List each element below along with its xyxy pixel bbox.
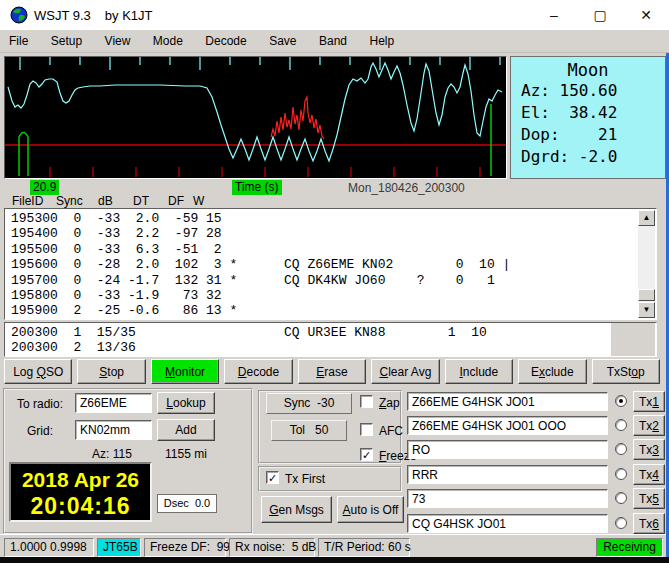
tx3-message-input[interactable]: [407, 440, 608, 459]
spectrum-waveform: [8, 63, 502, 161]
rx-noise-status: Rx noise: 5 dB: [229, 538, 315, 557]
moon-azimuth: Az: 150.60: [511, 80, 665, 102]
decode-text-area[interactable]: 195300 0 -33 2.0 -59 15 195400 0 -33 2.2…: [4, 208, 657, 320]
col-sync: Sync: [56, 194, 83, 208]
include-button[interactable]: Include: [445, 359, 513, 384]
minimize-button[interactable]: –: [531, 0, 577, 30]
exclude-button[interactable]: Exclude: [518, 359, 586, 384]
menu-bar: File Setup View Mode Decode Save Band He…: [0, 30, 669, 53]
menu-band[interactable]: Band: [310, 30, 356, 48]
menu-mode[interactable]: Mode: [144, 30, 192, 48]
tx1-message-input[interactable]: [407, 392, 608, 411]
gen-msgs-button[interactable]: Gen Msgs: [261, 496, 332, 523]
tx-first-label: Tx First: [285, 472, 325, 486]
col-dt: DT: [133, 194, 149, 208]
command-button-row: Log QSO Stop Monitor Decode Erase Clear …: [4, 359, 660, 385]
menu-decode[interactable]: Decode: [196, 30, 255, 48]
tx4-radio[interactable]: [615, 468, 627, 480]
distance-text: 1155 mi: [165, 447, 207, 461]
moon-doppler: Dop: 21: [511, 124, 665, 146]
tx5-message-input[interactable]: [407, 489, 608, 508]
scroll-thumb[interactable]: [638, 289, 655, 301]
to-radio-input[interactable]: [75, 393, 152, 413]
tx6-radio[interactable]: [615, 517, 627, 529]
spectrum-plot: [5, 57, 506, 178]
freq-offset-label: 20.9: [30, 180, 59, 195]
tx6-message-input[interactable]: [407, 514, 608, 533]
average-area-strip: [611, 323, 655, 356]
mode-badge: JT65B: [97, 538, 141, 557]
tx1-radio[interactable]: [615, 395, 627, 407]
clear-avg-button[interactable]: Clear Avg: [371, 359, 439, 384]
menu-setup[interactable]: Setup: [42, 30, 91, 48]
azimuth-text: Az: 115: [92, 447, 132, 461]
scrollbar[interactable]: ▲ ▼: [638, 210, 655, 318]
wsjt-window: WSJT 9.3by K1JT – ▢ ✕ File Setup View Mo…: [0, 0, 669, 563]
average-lines[interactable]: 200300 1 15/35 CQ UR3EE KN88 1 10 200300…: [11, 325, 487, 356]
utc-clock: 2018 Apr 26 20:04:16: [9, 462, 152, 522]
tx4-message-input[interactable]: [407, 465, 608, 484]
scroll-up-icon[interactable]: ▲: [638, 210, 655, 226]
afc-label: AFC: [379, 424, 403, 438]
scroll-down-icon[interactable]: ▼: [638, 302, 655, 318]
window-title: WSJT 9.3by K1JT: [34, 8, 153, 23]
clock-date: 2018 Apr 26: [11, 468, 150, 492]
col-fileid: FileID: [12, 194, 43, 208]
window-border-bottom: [0, 557, 669, 563]
zap-label: Zap: [379, 396, 400, 410]
lower-panel: To radio: Lookup Grid: Add Az: 115 1155 …: [0, 386, 669, 534]
monitor-button[interactable]: Monitor: [151, 359, 219, 384]
afc-checkbox[interactable]: [360, 423, 373, 436]
tx6-button[interactable]: Tx6: [633, 513, 665, 534]
menu-save[interactable]: Save: [260, 30, 305, 48]
tx5-radio[interactable]: [615, 492, 627, 504]
decode-lines[interactable]: 195300 0 -33 2.0 -59 15 195400 0 -33 2.2…: [11, 211, 510, 319]
col-db: dB: [98, 194, 113, 208]
grid-input[interactable]: [75, 420, 152, 440]
txstop-button[interactable]: TxStop: [592, 359, 660, 384]
tx3-button[interactable]: Tx3: [633, 439, 665, 460]
menu-help[interactable]: Help: [360, 30, 403, 48]
status-bar: 1.0000 0.9998 JT65B Freeze DF: 99 Rx noi…: [0, 534, 669, 557]
tx4-button[interactable]: Tx4: [633, 464, 665, 485]
tx-first-checkbox[interactable]: ✓: [266, 471, 279, 484]
col-df: DF: [168, 194, 184, 208]
maximize-button[interactable]: ▢: [577, 0, 623, 30]
moon-title: Moon: [511, 57, 665, 80]
spectrum-display[interactable]: [4, 56, 507, 179]
col-w: W: [193, 194, 204, 208]
clock-time: 20:04:16: [11, 493, 150, 520]
freeze-checkbox[interactable]: ✓: [360, 448, 373, 461]
tx-first-group: [258, 466, 402, 492]
tx2-button[interactable]: Tx2: [633, 415, 665, 436]
lookup-button[interactable]: Lookup: [157, 392, 215, 414]
erase-button[interactable]: Erase: [298, 359, 366, 384]
green-marker-left: [19, 133, 28, 177]
log-qso-button[interactable]: Log QSO: [4, 359, 72, 384]
auto-toggle-button[interactable]: Auto is Off: [337, 496, 404, 523]
sync-threshold-box[interactable]: Sync -30: [266, 393, 352, 414]
to-radio-label: To radio:: [17, 397, 63, 411]
tx3-radio[interactable]: [615, 443, 627, 455]
tx1-button[interactable]: Tx1: [633, 391, 665, 412]
zap-checkbox[interactable]: [360, 395, 373, 408]
tolerance-box[interactable]: Tol 50: [271, 420, 347, 441]
noise-trace-red: [271, 97, 324, 139]
freeze-df-status: Freeze DF: 99: [144, 538, 226, 557]
tx2-message-input[interactable]: [407, 416, 608, 435]
tx5-button[interactable]: Tx5: [633, 488, 665, 509]
dsec-box[interactable]: Dsec 0.0: [157, 494, 217, 513]
tx2-radio[interactable]: [615, 419, 627, 431]
add-button[interactable]: Add: [157, 419, 215, 441]
time-axis-label: Time (s): [232, 180, 282, 195]
globe-icon: [10, 6, 28, 24]
close-button[interactable]: ✕: [623, 0, 669, 30]
average-text-area[interactable]: 200300 1 15/35 CQ UR3EE KN88 1 10 200300…: [4, 322, 657, 357]
moon-elevation: El: 38.42: [511, 102, 665, 124]
decode-button[interactable]: Decode: [224, 359, 292, 384]
menu-file[interactable]: File: [0, 30, 37, 48]
stop-button[interactable]: Stop: [77, 359, 145, 384]
menu-view[interactable]: View: [96, 30, 140, 48]
receiving-badge: Receiving: [596, 538, 663, 557]
moon-panel: Moon Az: 150.60 El: 38.42 Dop: 21 Dgrd: …: [510, 56, 666, 179]
